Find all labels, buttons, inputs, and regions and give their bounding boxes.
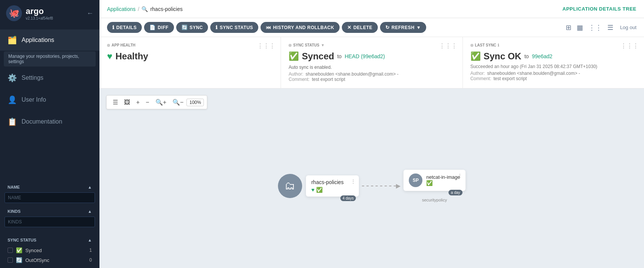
history-rollback-button[interactable]: ⏮ HISTORY AND ROLLBACK [261, 22, 340, 33]
app-details-tree-link[interactable]: APPLICATION DETAILS TREE [562, 6, 636, 12]
app-node-icon: 🗂 [278, 174, 302, 198]
heart-icon: ♥ [107, 51, 112, 62]
breadcrumb: Applications / 🔍 rhacs-policies [107, 6, 183, 12]
app-node-status-icons: ♥ ✅ [311, 187, 354, 193]
name-filter-input[interactable] [5, 192, 95, 203]
filter-section: NAME ▲ KINDS ▲ [0, 179, 99, 233]
sidebar-item-applications[interactable]: 🗂️ Applications [0, 29, 99, 51]
diff-button[interactable]: 📄 DIFF [144, 22, 174, 33]
network-view-icon[interactable]: ⋮⋮ [587, 23, 604, 33]
list-view-btn[interactable]: ☰ [110, 97, 121, 107]
name-filter-header[interactable]: NAME ▲ [5, 182, 95, 192]
grid-view-icon[interactable]: ▦ [575, 23, 585, 33]
app-health-card: APP HEALTH ♥ Healthy ⋮⋮⋮ [99, 37, 281, 88]
dashed-line [362, 186, 396, 186]
zoom-out-glass-btn[interactable]: 🔍− [169, 97, 186, 107]
outofsync-checkbox[interactable] [8, 257, 13, 263]
applications-icon: 🗂️ [8, 36, 17, 45]
sidebar-docs-label: Documentation [22, 118, 62, 125]
app-sync-check: ✅ [316, 187, 323, 193]
resource-kind: securitypolicy [422, 198, 447, 202]
app-node-card[interactable]: rhacs-policies ♥ ✅ ⋮ 4 days [306, 175, 359, 197]
sidebar-nav: 🗂️ Applications Manage your repositories… [0, 26, 99, 179]
details-label: DETAILS [116, 25, 137, 30]
resource-info: netcat-in-image ✅ [426, 174, 460, 186]
sync-meta: Author: shaneboulden <shane.boulden@gmai… [289, 71, 455, 82]
sync-branch-link[interactable]: HEAD (99e6ad2) [345, 53, 385, 59]
sync-status-section: SYNC STATUS ▲ ✅ Synced 1 🔄 OutOfSync 0 [0, 233, 99, 268]
breadcrumb-applications-link[interactable]: Applications [107, 6, 136, 12]
sync-status-chevron: ▲ [88, 238, 92, 242]
settings-icon: ⚙️ [8, 73, 17, 82]
zoom-in-glass-btn[interactable]: 🔍+ [152, 97, 169, 107]
sync-item-outofsync[interactable]: 🔄 OutOfSync 0 [5, 255, 95, 265]
zoom-in-btn[interactable]: + [133, 98, 143, 107]
kinds-filter-label: KINDS [8, 209, 20, 214]
kinds-filter-input[interactable] [5, 217, 95, 227]
resource-name: netcat-in-image [426, 174, 460, 180]
last-sync-comment: test export script [493, 76, 527, 81]
last-sync-dot [470, 44, 473, 47]
sync-comment-row: Comment: test export script [289, 77, 455, 82]
sidebar-logo: 🐙 argo v2.13.1+af54ef8 ← [0, 0, 99, 26]
back-button[interactable]: ← [87, 9, 93, 17]
hierarchy-view-icon[interactable]: ⊞ [564, 23, 573, 33]
resource-node-card[interactable]: SP netcat-in-image ✅ ⋮ a day [403, 170, 466, 191]
list-view-icon[interactable]: ☰ [606, 23, 615, 33]
last-sync-value: ✅ Sync OK to 99e6ad2 [470, 51, 636, 62]
last-sync-author: shaneboulden <shane.boulden@gmail.com> - [487, 71, 580, 76]
sidebar-userinfo-label: User Info [22, 96, 46, 103]
syncstatus-icon: ℹ [216, 25, 218, 30]
delete-button[interactable]: ✕ DELETE [342, 22, 378, 33]
sync-status-dot [289, 44, 292, 47]
logo-name: argo [26, 6, 53, 16]
synced-checkbox[interactable] [8, 248, 13, 253]
refresh-dropdown-icon: ▼ [416, 25, 421, 30]
toolbar: ℹ DETAILS 📄 DIFF 🔄 SYNC ℹ SYNC STATUS ⏮ … [99, 18, 644, 37]
details-icon: ℹ [112, 25, 115, 30]
name-filter-chevron: ▲ [88, 185, 92, 189]
resource-check-icon: ✅ [426, 180, 460, 186]
last-sync-commit-link[interactable]: 99e6ad2 [532, 53, 552, 59]
sync-status-label: SYNC STATUS [220, 25, 253, 30]
logo-text: argo v2.13.1+af54ef8 [26, 6, 53, 20]
logout-button[interactable]: Log out [620, 25, 636, 30]
sync-status-button[interactable]: ℹ SYNC STATUS [210, 22, 258, 33]
zoom-out-btn[interactable]: − [143, 98, 152, 107]
view-icons: ⊞ ▦ ⋮⋮ ☰ [564, 23, 615, 33]
zoom-value: 100% [186, 99, 204, 106]
sidebar-settings-label: Settings [22, 74, 43, 81]
last-sync-time: Succeeded an hour ago (Fri Jan 31 2025 0… [470, 64, 636, 69]
refresh-icon: ↻ [385, 25, 390, 30]
sync-button[interactable]: 🔄 SYNC [176, 22, 208, 33]
sidebar-item-documentation[interactable]: 📋 Documentation [0, 111, 99, 132]
sync-status-card-label: SYNC STATUS ▼ [289, 43, 455, 47]
kinds-filter-header[interactable]: KINDS ▲ [5, 206, 95, 217]
resource-node: SP netcat-in-image ✅ ⋮ a day securitypol… [403, 170, 466, 202]
status-cards-row: APP HEALTH ♥ Healthy ⋮⋮⋮ SYNC STATUS ▼ ✅… [99, 37, 644, 88]
sync-icon: 🔄 [182, 25, 188, 30]
resource-more-menu[interactable]: ⋮ [457, 173, 462, 179]
sidebar-item-settings[interactable]: ⚙️ Settings [0, 67, 99, 88]
sync-item-synced[interactable]: ✅ Synced 1 [5, 245, 95, 255]
refresh-label: REFRESH [391, 25, 414, 30]
last-sync-card: LAST SYNC ℹ ✅ Sync OK to 99e6ad2 Succeed… [463, 37, 644, 88]
breadcrumb-current: rhacs-policies [150, 6, 183, 12]
image-view-btn[interactable]: 🖼 [121, 98, 133, 107]
sync-status-card: SYNC STATUS ▼ ✅ Synced to HEAD (99e6ad2)… [281, 37, 462, 88]
sidebar-item-userinfo[interactable]: 👤 User Info [0, 89, 99, 110]
sidebar-tooltip: Manage your repositories, projects, sett… [4, 51, 96, 67]
history-icon: ⏮ [266, 25, 271, 30]
app-health-menu[interactable]: ⋮⋮⋮ [257, 42, 275, 50]
last-sync-menu[interactable]: ⋮⋮⋮ [621, 42, 639, 50]
sync-status-menu[interactable]: ⋮⋮⋮ [439, 42, 457, 50]
refresh-button[interactable]: ↻ REFRESH ▼ [380, 22, 427, 33]
last-sync-author-row: Author: shaneboulden <shane.boulden@gmai… [470, 71, 636, 76]
sync-check-icon: ✅ [289, 51, 299, 61]
app-node-more-menu[interactable]: ⋮ [351, 178, 356, 184]
last-sync-meta: Author: shaneboulden <shane.boulden@gmai… [470, 71, 636, 81]
arrow-line: ▶ [362, 182, 400, 189]
sync-status-header[interactable]: SYNC STATUS ▲ [5, 235, 95, 245]
app-health-value: ♥ Healthy [107, 51, 273, 62]
details-button[interactable]: ℹ DETAILS [107, 22, 142, 33]
